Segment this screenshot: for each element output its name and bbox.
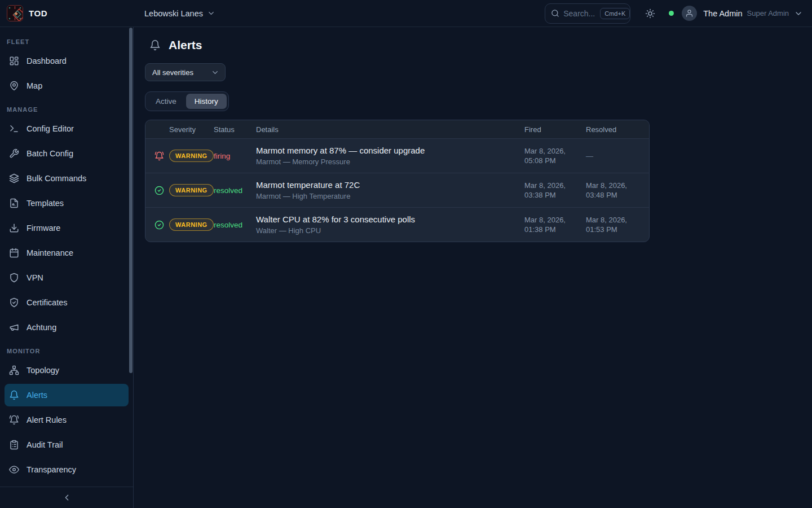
terminal-icon <box>9 124 19 134</box>
sidebar-item-label: Firmware <box>27 224 60 233</box>
layers-icon <box>9 173 19 183</box>
eye-icon <box>9 465 19 475</box>
circle-check-icon <box>155 186 169 195</box>
tab-history[interactable]: History <box>186 94 227 109</box>
search-box[interactable]: Cmd+K <box>545 3 630 24</box>
sidebar-item-templates[interactable]: Templates <box>5 192 129 214</box>
user-menu[interactable]: The Admin Super Admin <box>682 6 803 21</box>
column-status: Status <box>214 125 256 134</box>
sidebar-item-label: Audit Trail <box>27 440 63 449</box>
sidebar-item-alerts[interactable]: Alerts <box>5 384 129 406</box>
circle-check-icon <box>155 220 169 230</box>
sidebar-item-label: Certificates <box>27 298 68 307</box>
resolved-timestamp: Mar 8, 2026, 03:48 PM <box>586 181 640 200</box>
chevron-down-icon <box>207 9 215 17</box>
bell-icon <box>9 390 19 400</box>
status-text: firing <box>214 152 256 160</box>
severity-badge: WARNING <box>169 184 214 196</box>
topbar-right: The Admin Super Admin <box>645 6 803 21</box>
tab-active[interactable]: Active <box>147 94 185 109</box>
status-text: resolved <box>214 221 256 229</box>
sidebar-item-label: Maintenance <box>27 248 73 257</box>
search-shortcut-badge: Cmd+K <box>600 8 630 19</box>
sidebar-footer <box>0 487 133 508</box>
fired-timestamp: Mar 8, 2026, 05:08 PM <box>524 146 586 165</box>
alert-subtitle: Marmot — High Temperature <box>256 192 511 200</box>
sidebar-item-label: Transparency <box>27 465 76 474</box>
alert-title: Marmot memory at 87% — consider upgrade <box>256 146 511 155</box>
main-content: Alerts All severities Active History Sev… <box>134 27 812 508</box>
wrench-icon <box>9 148 19 159</box>
sidebar-item-label: Config Editor <box>27 124 74 133</box>
brand: TOD <box>7 5 134 21</box>
alert-subtitle: Walter — High CPU <box>256 226 511 235</box>
severity-badge: WARNING <box>169 218 214 231</box>
section-label-manage: MANAGE <box>5 106 129 113</box>
dashboard-icon <box>9 56 19 66</box>
sidebar-item-label: Batch Config <box>27 149 73 158</box>
org-selector[interactable]: Lebowski Lanes <box>144 9 215 18</box>
sidebar-item-label: Topology <box>27 366 59 375</box>
sidebar: FLEET Dashboard Map MANAGE Config Editor <box>0 27 134 508</box>
sidebar-item-transparency[interactable]: Transparency <box>5 458 129 481</box>
column-fired: Fired <box>524 125 586 134</box>
resolved-timestamp: — <box>586 151 640 161</box>
sidebar-item-config-editor[interactable]: Config Editor <box>5 117 129 140</box>
clipboard-icon <box>9 440 19 450</box>
sidebar-nav: FLEET Dashboard Map MANAGE Config Editor <box>0 27 133 481</box>
bell-ring-icon <box>155 151 169 161</box>
sidebar-item-achtung[interactable]: Achtung <box>5 316 129 339</box>
connection-status-dot <box>669 11 674 16</box>
org-selector-label: Lebowski Lanes <box>144 9 203 18</box>
sidebar-item-label: Dashboard <box>27 56 67 65</box>
sidebar-item-vpn[interactable]: VPN <box>5 266 129 289</box>
shield-icon <box>9 273 19 283</box>
search-icon <box>551 9 559 17</box>
column-resolved: Resolved <box>586 125 640 134</box>
sidebar-item-audit-trail[interactable]: Audit Trail <box>5 433 129 456</box>
sidebar-item-label: Alerts <box>27 391 47 400</box>
sidebar-item-label: Templates <box>27 199 64 208</box>
column-severity: Severity <box>169 125 214 134</box>
alert-details: Walter CPU at 82% for 3 consecutive poll… <box>256 214 524 235</box>
map-pin-icon <box>9 81 19 91</box>
sidebar-item-alert-rules[interactable]: Alert Rules <box>5 409 129 431</box>
sidebar-item-dashboard[interactable]: Dashboard <box>5 50 129 72</box>
sidebar-collapse-button[interactable] <box>62 493 72 502</box>
download-icon <box>9 223 19 233</box>
user-name: The Admin <box>703 9 742 18</box>
sidebar-item-label: Bulk Commands <box>27 174 86 183</box>
page-title: Alerts <box>169 38 202 52</box>
chevron-down-icon <box>794 9 803 18</box>
alert-title: Walter CPU at 82% for 3 consecutive poll… <box>256 214 511 224</box>
tod-logo-icon <box>7 5 23 21</box>
sidebar-item-label: Achtung <box>27 323 56 332</box>
severity-badge: WARNING <box>169 150 214 162</box>
network-icon <box>9 365 19 375</box>
shield-check-icon <box>9 297 19 308</box>
theme-toggle-sun-icon[interactable] <box>645 8 655 19</box>
alerts-view-tabs: Active History <box>145 91 229 111</box>
topbar: TOD Lebowski Lanes Cmd+K The Admin Super… <box>0 0 812 27</box>
sidebar-scrollbar[interactable] <box>129 28 133 373</box>
sidebar-item-batch-config[interactable]: Batch Config <box>5 142 129 165</box>
alert-subtitle: Marmot — Memory Pressure <box>256 157 511 166</box>
sidebar-item-label: VPN <box>27 273 43 282</box>
table-row[interactable]: WARNING resolved Marmot temperature at 7… <box>145 173 649 207</box>
table-row[interactable]: WARNING resolved Walter CPU at 82% for 3… <box>145 207 649 242</box>
sidebar-item-bulk-commands[interactable]: Bulk Commands <box>5 167 129 190</box>
sidebar-item-label: Alert Rules <box>27 415 67 424</box>
search-input[interactable] <box>563 9 596 18</box>
column-details: Details <box>256 125 524 134</box>
fired-timestamp: Mar 8, 2026, 03:38 PM <box>524 181 586 200</box>
sidebar-item-maintenance[interactable]: Maintenance <box>5 242 129 264</box>
severity-filter-select[interactable]: All severities <box>145 63 226 81</box>
calendar-icon <box>9 248 19 258</box>
section-label-monitor: MONITOR <box>5 348 129 354</box>
sidebar-item-topology[interactable]: Topology <box>5 359 129 382</box>
sidebar-item-map[interactable]: Map <box>5 75 129 97</box>
sidebar-item-firmware[interactable]: Firmware <box>5 217 129 239</box>
megaphone-icon <box>9 322 19 332</box>
sidebar-item-certificates[interactable]: Certificates <box>5 291 129 314</box>
table-row[interactable]: WARNING firing Marmot memory at 87% — co… <box>145 138 649 173</box>
